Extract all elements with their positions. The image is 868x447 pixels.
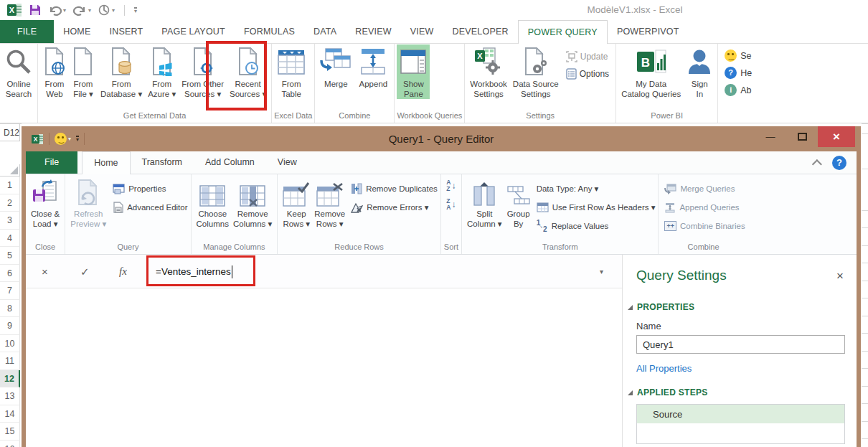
merge-queries-button[interactable]: Merge Queries <box>664 179 745 198</box>
properties-section-header[interactable]: PROPERTIES <box>636 302 845 312</box>
fx-icon[interactable]: fx <box>119 255 127 288</box>
advanced-editor-button[interactable]: Advanced Editor <box>113 198 187 217</box>
redo-dropdown-icon[interactable]: ▾ <box>88 7 91 14</box>
formula-input[interactable]: =Ventes_internes <box>156 255 232 288</box>
use-first-row-as-headers-button[interactable]: Use First Row As Headers ▾ <box>537 198 656 217</box>
excel-titlebar[interactable]: X ▾ ▾ ▾ ▾ ModèleV1.xlsx - Excel <box>0 0 868 20</box>
row-header-12[interactable]: 12 <box>0 370 20 388</box>
remove-errors-button[interactable]: Remove Errors ▾ <box>351 198 438 217</box>
customize-qat-icon[interactable]: ▾ <box>134 7 137 14</box>
tab-page-layout[interactable]: PAGE LAYOUT <box>152 20 235 43</box>
undo-dropdown-icon[interactable]: ▾ <box>63 7 66 14</box>
row-header-15[interactable]: 15 <box>0 423 20 441</box>
remove-duplicates-button[interactable]: Remove Duplicates <box>351 179 438 198</box>
row-header-1[interactable]: 1 <box>0 177 20 194</box>
touch-mode-dropdown-icon[interactable]: ▾ <box>112 7 115 14</box>
qe-tab-file[interactable]: File <box>26 151 77 174</box>
send-feedback-button[interactable]: Se <box>725 50 752 62</box>
formula-accept-button[interactable]: ✓ <box>80 255 90 288</box>
row-header-2[interactable]: 2 <box>0 194 20 212</box>
append-button[interactable]: Append <box>354 44 392 90</box>
row-header-11[interactable]: 11 <box>0 352 20 370</box>
merge-button[interactable]: Merge <box>317 44 354 90</box>
minimize-button[interactable]: — <box>755 126 786 147</box>
options-button[interactable]: Options <box>566 68 609 80</box>
row-header-16[interactable]: 16 <box>0 441 20 447</box>
row-header-10[interactable]: 10 <box>0 335 20 353</box>
row-header-13[interactable]: 13 <box>0 387 20 405</box>
close-button[interactable]: × <box>818 126 855 147</box>
tab-powerpivot[interactable]: POWERPIVOT <box>608 20 689 43</box>
show-pane-button[interactable]: Show Pane <box>397 44 430 99</box>
sort-descending-button[interactable]: ZA ↓ <box>446 198 456 211</box>
data-source-settings-button[interactable]: Data Source Settings <box>510 44 562 99</box>
workbook-settings-button[interactable]: X Workbook Settings <box>467 44 510 99</box>
tab-view[interactable]: VIEW <box>401 20 443 43</box>
tab-power-query[interactable]: POWER QUERY <box>518 20 608 44</box>
redo-button[interactable]: ▾ <box>73 4 91 16</box>
remove-rows-button[interactable]: Remove Rows ▾ <box>312 177 347 229</box>
qe-tab-view[interactable]: View <box>266 151 308 174</box>
split-column-button[interactable]: Split Column ▾ <box>465 177 504 229</box>
row-header-4[interactable]: 4 <box>0 230 20 248</box>
tab-home[interactable]: HOME <box>54 20 100 43</box>
row-header-7[interactable]: 7 <box>0 282 20 300</box>
query-name-input[interactable] <box>636 335 845 354</box>
row-header-8[interactable]: 8 <box>0 300 20 318</box>
query-editor-titlebar[interactable]: X ▾ ▾ Query1 - Query Editor — × <box>26 126 857 151</box>
applied-step-source[interactable]: Source <box>637 405 844 423</box>
group-by-button[interactable]: Group By <box>504 177 533 229</box>
properties-button[interactable]: Properties <box>113 179 187 198</box>
from-table-button[interactable]: From Table <box>274 44 308 99</box>
from-file-button[interactable]: From File ▾ <box>69 44 98 99</box>
query-preview-area[interactable] <box>26 288 622 447</box>
sign-in-button[interactable]: Sign In <box>684 44 715 99</box>
help-icon[interactable]: ? <box>832 156 846 170</box>
name-box[interactable]: D12 <box>0 124 20 141</box>
query-settings-close-icon[interactable]: × <box>836 269 844 283</box>
tab-developer[interactable]: DEVELOPER <box>443 20 518 43</box>
remove-columns-button[interactable]: Remove Columns ▾ <box>231 177 274 229</box>
refresh-preview-button[interactable]: Refresh Preview ▾ <box>68 177 108 229</box>
save-button[interactable] <box>29 4 41 16</box>
undo-button[interactable]: ▾ <box>48 4 66 16</box>
qe-tab-transform[interactable]: Transform <box>131 151 194 174</box>
choose-columns-button[interactable]: Choose Columns <box>194 177 231 229</box>
from-other-sources-button[interactable]: From Other Sources ▾ <box>179 44 227 99</box>
from-database-button[interactable]: From Database ▾ <box>98 44 145 99</box>
touch-mode-button[interactable]: ▾ <box>98 4 115 17</box>
sort-ascending-button[interactable]: AZ ↓ <box>446 179 456 192</box>
close-and-load-button[interactable]: Close & Load ▾ <box>29 177 62 229</box>
from-azure-button[interactable]: From Azure ▾ <box>145 44 179 99</box>
tab-review[interactable]: REVIEW <box>346 20 401 43</box>
qe-tab-add-column[interactable]: Add Column <box>194 151 266 174</box>
tab-data[interactable]: DATA <box>304 20 346 43</box>
row-header-9[interactable]: 9 <box>0 317 20 335</box>
maximize-button[interactable] <box>786 126 818 147</box>
help-button[interactable]: ? He <box>725 67 752 79</box>
row-header-3[interactable]: 3 <box>0 212 20 230</box>
applied-steps-section-header[interactable]: APPLIED STEPS <box>636 387 845 397</box>
formula-cancel-button[interactable]: × <box>42 255 48 288</box>
tab-insert[interactable]: INSERT <box>100 20 153 43</box>
combine-binaries-button[interactable]: ++ Combine Binaries <box>664 217 745 235</box>
row-header-6[interactable]: 6 <box>0 265 20 283</box>
keep-rows-button[interactable]: Keep Rows ▾ <box>280 177 312 229</box>
all-properties-link[interactable]: All Properties <box>636 363 845 374</box>
update-button[interactable]: Update <box>566 51 609 62</box>
customize-qat-icon[interactable]: ▾ <box>76 136 79 142</box>
append-queries-button[interactable]: Append Queries <box>664 198 745 217</box>
formula-expand-icon[interactable]: ▾ <box>600 255 603 288</box>
excel-logo-icon[interactable]: X <box>7 3 22 17</box>
data-type-button[interactable]: Data Type: Any ▾ <box>537 179 656 198</box>
collapse-ribbon-icon[interactable] <box>812 159 822 169</box>
tab-formulas[interactable]: FORMULAS <box>235 20 304 43</box>
my-data-catalog-queries-button[interactable]: B My Data Catalog Queries <box>618 44 684 99</box>
replace-values-button[interactable]: 1 ↓ 2 Replace Values <box>537 217 656 235</box>
tab-file[interactable]: FILE <box>0 20 54 43</box>
row-header-14[interactable]: 14 <box>0 405 20 423</box>
row-header-5[interactable]: 5 <box>0 247 20 265</box>
about-button[interactable]: i Ab <box>725 84 752 96</box>
select-all-corner[interactable] <box>0 164 20 177</box>
online-search-button[interactable]: Online Search <box>2 44 35 99</box>
